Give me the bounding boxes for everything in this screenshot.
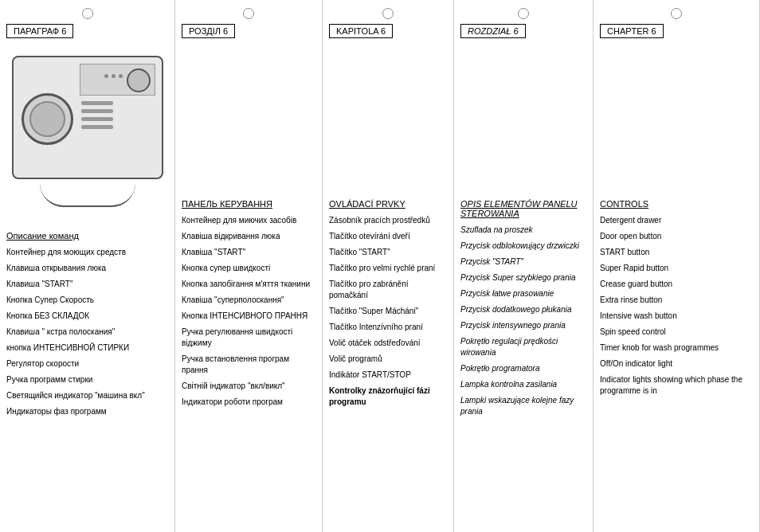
list-item: Ручка программ стирки	[6, 374, 168, 385]
list-item: Crease guard button	[600, 279, 753, 290]
washing-machine-illustration	[12, 56, 163, 199]
items-list-russian: Контейнер для моющих средств Клавиша отк…	[6, 247, 168, 417]
column-polish: ROZDZIAŁ 6 OPIS ELEMENTÓW PANELU STEROWA…	[454, 0, 594, 532]
wm-dots	[104, 74, 123, 78]
list-item: Tlačítko "Super Mácháni"	[329, 306, 447, 317]
list-item: Клавіша відкривання люка	[182, 231, 315, 242]
chapter-label-russian: ПАРАГРАФ 6	[6, 24, 73, 38]
list-item: Індикатори роботи програм	[182, 397, 315, 408]
list-item: Контейнер для моющих средств	[6, 247, 168, 258]
list-item: Przycisk intensywnego prania	[460, 320, 586, 331]
list-item: Timer knob for wash programmes	[600, 342, 753, 354]
list-item: Tlačítko "START"	[329, 247, 447, 258]
list-item: Przycisk łatwe prasowanie	[460, 288, 586, 299]
header-english: CHAPTER 6	[600, 24, 753, 45]
header-polish: ROZDZIAŁ 6	[460, 24, 586, 45]
list-item: Volič programů	[329, 354, 447, 365]
top-circle-russian	[82, 8, 93, 19]
top-circle-ukrainian	[243, 8, 254, 19]
section-heading-english: CONTROLS	[600, 199, 753, 209]
top-circle-czech	[382, 8, 394, 19]
list-item: Индикаторы фаз программ	[6, 406, 168, 417]
wm-line-3	[81, 117, 113, 121]
list-item: Zásobník pracích prostředků	[329, 215, 447, 226]
wm-dot-2	[112, 74, 116, 78]
list-item: Extra rinse button	[600, 295, 753, 306]
list-item: Клавиша открывания люка	[6, 263, 168, 274]
items-list-czech: Zásobník pracích prostředků Tlačítko ote…	[329, 215, 447, 408]
wm-line-2	[81, 109, 113, 113]
column-ukrainian: РОЗДІЛ 6 ПАНЕЛЬ КЕРУВАННЯ Контейнер для …	[175, 0, 323, 532]
wm-panel	[80, 64, 155, 96]
chapter-label-polish: ROZDZIAŁ 6	[460, 24, 526, 38]
wm-door	[22, 93, 73, 145]
list-item: Przycisk "START"	[460, 256, 586, 268]
wm-body	[12, 56, 163, 179]
list-item: Кнопка БЕЗ СКЛАДОК	[6, 311, 168, 322]
wm-dot-1	[104, 74, 108, 78]
chapter-label-english: CHAPTER 6	[600, 24, 664, 38]
header-ukrainian: РОЗДІЛ 6	[182, 24, 315, 45]
list-item: Кнопка запобігання м'яття тканини	[182, 279, 315, 290]
list-item: Світній індикатор "вкл/викл"	[182, 381, 315, 392]
top-circle-polish	[518, 8, 529, 19]
list-item: Intensive wash button	[600, 311, 753, 322]
header-czech: KAPITOLA 6	[329, 24, 447, 45]
list-item: Indicator lights showing which phase the…	[600, 374, 753, 397]
section-heading-polish: OPIS ELEMENTÓW PANELU STEROWANIA	[460, 199, 586, 218]
list-item: Ручка встановлення програм прання	[182, 354, 315, 376]
header-russian: ПАРАГРАФ 6	[6, 24, 168, 45]
section-heading-ukrainian: ПАНЕЛЬ КЕРУВАННЯ	[182, 199, 315, 209]
list-item: Super Rapid button	[600, 263, 753, 274]
items-list-ukrainian: Контейнер для миючих засобів Клавіша від…	[182, 215, 315, 408]
top-circle-english	[671, 8, 682, 19]
list-item: Ручка регулювання швидкості віджиму	[182, 327, 315, 349]
list-item: Spin speed control	[600, 327, 753, 338]
list-item: Клавиша "START"	[6, 279, 168, 290]
list-item: Przycisk Super szybkiego prania	[460, 272, 586, 284]
list-item: START button	[600, 247, 753, 258]
column-english: CHAPTER 6 CONTROLS Detergent drawer Door…	[594, 0, 760, 532]
column-russian: ПАРАГРАФ 6 Описан	[0, 0, 175, 532]
list-item: Светящийся индикатор "машина вкл"	[6, 390, 168, 401]
list-item: Клавиша " кстра полоскания"	[6, 327, 168, 338]
wm-lines	[81, 101, 113, 129]
list-item: Tlačítko Intenzívního praní	[329, 322, 447, 333]
list-item: Кнопка ІНТЕНСИВНОГО ПРАННЯ	[182, 311, 315, 322]
wm-line-1	[81, 101, 113, 105]
list-item: Volič otáček odstřeďování	[329, 338, 447, 349]
list-item: Pokrętło programatora	[460, 363, 586, 374]
list-item: Клавіша "суперполоскання"	[182, 295, 315, 306]
list-item: Off/On indicator light	[600, 358, 753, 370]
wm-bottom-arc	[40, 183, 135, 207]
wm-dial	[127, 68, 151, 92]
list-item: кнопка ИНТЕНСИВНОЙ СТИРКИ	[6, 342, 168, 354]
list-item: Szuflada na proszek	[460, 225, 586, 236]
items-list-polish: Szuflada na proszek Przycisk odblokowują…	[460, 225, 586, 417]
list-item: Контейнер для миючих засобів	[182, 215, 315, 226]
section-heading-russian: Описание команд	[6, 231, 168, 241]
list-item: Tlačítko pro velmi rychlé praní	[329, 263, 447, 274]
list-item: Detergent drawer	[600, 215, 753, 226]
list-item: Tlačítko otevírání dveří	[329, 231, 447, 242]
list-item: Lampka kontrolna zasilania	[460, 379, 586, 390]
list-item: Кнопка супер швидкості	[182, 263, 315, 274]
list-item: Tlačítko pro zabránění pomačkání	[329, 279, 447, 301]
list-item: Pokrętło regulacji prędkości wirowania	[460, 336, 586, 358]
wm-line-4	[81, 125, 113, 129]
list-item: Przycisk odblokowujący drzwiczki	[460, 241, 586, 252]
wm-dot-3	[119, 74, 123, 78]
list-item: Регулятор скорости	[6, 358, 168, 370]
list-item: Кнопка Супер Скорость	[6, 295, 168, 306]
section-heading-czech: OVLÁDACÍ PRVKY	[329, 199, 447, 209]
list-item: Kontrolky znázorňující fázi programu	[329, 385, 447, 408]
chapter-label-czech: KAPITOLA 6	[329, 24, 393, 38]
column-czech: KAPITOLA 6 OVLÁDACÍ PRVKY Zásobník prací…	[323, 0, 454, 532]
list-item: Door open button	[600, 231, 753, 242]
chapter-label-ukrainian: РОЗДІЛ 6	[182, 24, 235, 38]
wm-door-inner	[29, 101, 65, 137]
list-item: Przycisk dodatkowego płukania	[460, 304, 586, 315]
items-list-english: Detergent drawer Door open button START …	[600, 215, 753, 397]
list-item: Клавіша "START"	[182, 247, 315, 258]
list-item: Lampki wskazujące kolejne fazy prania	[460, 395, 586, 417]
